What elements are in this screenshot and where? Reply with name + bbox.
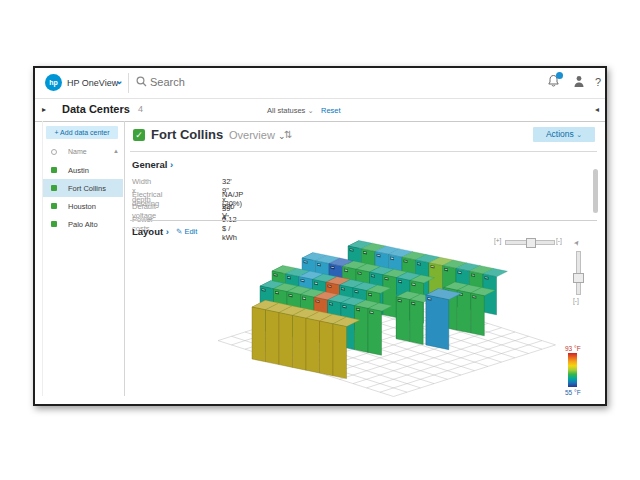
- content-area: + Add data center Name ▲ AustinFort Coll…: [35, 121, 605, 404]
- sidebar-item-austin[interactable]: Austin: [43, 161, 123, 179]
- legend-gradient-bar: [568, 353, 577, 387]
- user-icon[interactable]: [573, 75, 585, 88]
- data-center-name: Fort Collins: [68, 184, 106, 193]
- chevron-down-icon[interactable]: ⌄: [115, 75, 123, 86]
- status-column-icon: [51, 149, 57, 155]
- reset-filter-link[interactable]: Reset: [321, 106, 341, 115]
- tilt-slider-handle[interactable]: [573, 273, 584, 283]
- rack-layout-canvas[interactable]: [124, 233, 607, 407]
- tilt-slider[interactable]: ➤ [-]: [572, 241, 584, 305]
- status-ok-icon: [51, 185, 57, 191]
- collapse-panel-icon[interactable]: ◂: [595, 105, 599, 114]
- datacenter-3d-view[interactable]: [+] [-] ➤ [-] 93 °F 55 °F: [124, 233, 607, 407]
- activity-toggle-icon[interactable]: ⇅: [284, 129, 292, 140]
- list-header: Name ▲: [43, 146, 124, 159]
- status-ok-icon: [51, 167, 57, 173]
- search-input[interactable]: Search: [150, 76, 185, 88]
- divider: [130, 220, 597, 221]
- main-panel: ✓ Fort Collins Overview ⌄ ⇅ Actions ⌄ Ge…: [124, 121, 603, 404]
- sort-ascending-icon[interactable]: ▲: [113, 148, 119, 154]
- zoom-in-button[interactable]: [+]: [494, 237, 501, 244]
- menu-bar: ▸ Data Centers 4 All statuses ⌄ Reset ◂: [35, 98, 605, 122]
- status-filter-dropdown[interactable]: All statuses ⌄: [267, 106, 314, 115]
- sidebar: + Add data center Name ▲ AustinFort Coll…: [42, 121, 125, 396]
- data-center-list: AustinFort CollinsHoustonPalo Alto: [43, 161, 123, 233]
- tilt-out-button[interactable]: [-]: [573, 297, 579, 304]
- data-center-name: Palo Alto: [68, 220, 98, 229]
- name-column-header[interactable]: Name: [68, 148, 87, 155]
- hp-oneview-window: hp HP OneView ⌄ Search ? ▸ Data Center: [33, 66, 607, 406]
- divider: [130, 151, 597, 152]
- scrollbar[interactable]: [593, 169, 598, 213]
- general-section-heading[interactable]: General ›: [132, 159, 173, 170]
- page-title: Data Centers: [62, 103, 130, 115]
- status-ok-icon: [51, 203, 57, 209]
- divider: [128, 73, 129, 93]
- help-button[interactable]: ?: [595, 76, 601, 88]
- temperature-legend: 93 °F 55 °F: [562, 345, 598, 397]
- data-center-name: Houston: [68, 202, 96, 211]
- sidebar-item-houston[interactable]: Houston: [43, 197, 123, 215]
- view-selector-dropdown[interactable]: Overview ⌄: [229, 129, 285, 141]
- add-data-center-button[interactable]: + Add data center: [46, 126, 118, 139]
- status-ok-icon: [51, 221, 57, 227]
- zoom-slider-track[interactable]: [505, 240, 555, 245]
- legend-max-label: 93 °F: [565, 345, 581, 352]
- zoom-out-button[interactable]: [-]: [556, 237, 562, 244]
- zoom-slider-handle[interactable]: [526, 238, 536, 248]
- top-bar: hp HP OneView ⌄ Search ?: [35, 68, 605, 99]
- data-center-name: Austin: [68, 166, 89, 175]
- resource-title: Fort Collins: [151, 127, 223, 142]
- item-count: 4: [138, 104, 143, 114]
- status-ok-icon: ✓: [133, 129, 145, 141]
- hp-logo: hp: [45, 74, 62, 91]
- screenshot-canvas: hp HP OneView ⌄ Search ? ▸ Data Center: [0, 0, 640, 480]
- actions-button[interactable]: Actions ⌄: [533, 127, 595, 142]
- search-icon: [136, 76, 147, 87]
- legend-min-label: 55 °F: [565, 389, 581, 396]
- expand-menu-icon[interactable]: ▸: [42, 105, 46, 114]
- zoom-slider[interactable]: [+] [-]: [494, 236, 566, 246]
- sidebar-item-palo-alto[interactable]: Palo Alto: [43, 215, 123, 233]
- notification-badge: [556, 72, 563, 79]
- brand-label: HP OneView: [67, 78, 118, 88]
- sidebar-item-fort-collins[interactable]: Fort Collins: [43, 179, 123, 197]
